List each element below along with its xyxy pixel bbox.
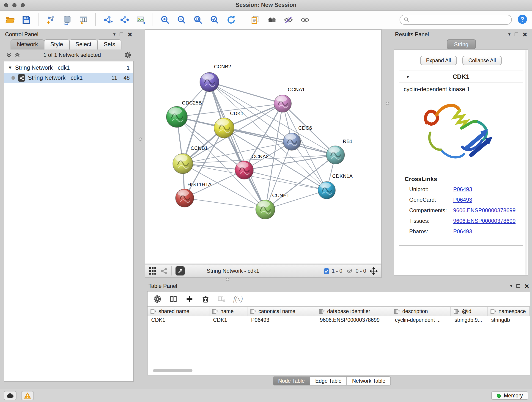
float-panel-icon[interactable] xyxy=(120,32,123,36)
memory-button[interactable]: Memory xyxy=(491,391,528,400)
network-edge[interactable] xyxy=(209,82,265,210)
selected-checkbox-icon[interactable] xyxy=(323,268,329,274)
network-edge[interactable] xyxy=(224,128,336,155)
network-edge[interactable] xyxy=(209,82,283,104)
import-table-file-button[interactable] xyxy=(77,13,89,26)
column-header[interactable]: namespace xyxy=(488,307,530,316)
network-collection-row[interactable]: ▼ String Network - cdk1 1 xyxy=(4,63,133,73)
hidden-eye-icon[interactable] xyxy=(346,268,353,274)
table-cell[interactable]: CDK1 xyxy=(147,316,209,325)
warnings-button[interactable] xyxy=(21,391,34,400)
show-all-button[interactable] xyxy=(299,13,311,26)
network-node-ccna1[interactable]: CCNA1 xyxy=(274,87,305,112)
zoom-fit-button[interactable] xyxy=(192,13,204,26)
collapse-all-networks-icon[interactable] xyxy=(15,52,20,58)
panel-menu-icon[interactable]: ▾ xyxy=(508,32,510,37)
crosslink-link[interactable]: 9606.ENSP00000378699 xyxy=(453,207,515,214)
float-panel-icon[interactable] xyxy=(516,284,520,288)
network-options-gear-icon[interactable] xyxy=(124,51,132,59)
collection-disclosure-icon[interactable]: ▼ xyxy=(8,65,12,70)
help-button[interactable]: ? xyxy=(516,14,528,26)
card-disclosure-icon[interactable]: ▼ xyxy=(405,75,410,79)
panel-menu-icon[interactable]: ▾ xyxy=(113,32,115,37)
table-cell[interactable]: stringdb:9... xyxy=(451,316,488,325)
delete-column-trash-icon[interactable] xyxy=(201,294,210,303)
tab-sets[interactable]: Sets xyxy=(97,39,122,50)
refresh-view-button[interactable] xyxy=(225,13,237,26)
zoom-in-button[interactable] xyxy=(159,13,171,26)
expand-all-button[interactable]: Expand All xyxy=(420,56,457,65)
column-header[interactable]: @id xyxy=(451,307,488,316)
annotation-mode-button[interactable] xyxy=(176,266,185,275)
network-node-cdk1[interactable]: CDK1 xyxy=(214,110,244,138)
column-sort-icon[interactable] xyxy=(250,309,256,314)
bottom-splitter-grip[interactable] xyxy=(226,278,229,281)
zoom-out-button[interactable] xyxy=(176,13,187,26)
birds-eye-view-icon[interactable] xyxy=(149,267,156,274)
search-input[interactable] xyxy=(412,17,508,22)
table-cell[interactable]: P06493 xyxy=(247,316,316,325)
table-options-gear-icon[interactable] xyxy=(153,294,162,303)
import-network-file-button[interactable] xyxy=(44,13,56,26)
expand-all-networks-icon[interactable] xyxy=(6,52,12,58)
network-node-cdkn1a[interactable]: CDKN1A xyxy=(318,173,353,199)
crosslink-link[interactable]: P06493 xyxy=(453,197,472,203)
pan-mode-icon[interactable] xyxy=(370,267,378,275)
tab-node-table[interactable]: Node Table xyxy=(273,376,310,385)
left-splitter-grip[interactable] xyxy=(139,138,142,141)
column-header[interactable]: database identifier xyxy=(316,307,391,316)
network-node-ccne1[interactable]: CCNE1 xyxy=(256,192,289,219)
close-panel-icon[interactable]: ✕ xyxy=(524,283,529,289)
toolbar-search[interactable] xyxy=(399,15,512,25)
collapse-all-button[interactable]: Collapse All xyxy=(462,56,502,65)
tab-edge-table[interactable]: Edge Table xyxy=(310,376,347,385)
float-panel-icon[interactable] xyxy=(515,32,518,36)
copy-view-button[interactable] xyxy=(249,13,261,26)
close-panel-icon[interactable]: ✕ xyxy=(522,32,527,37)
table-cell[interactable]: CDK1 xyxy=(209,316,247,325)
column-sort-icon[interactable] xyxy=(394,309,400,314)
network-node-ccna2[interactable]: CCNA2 xyxy=(235,153,269,179)
open-session-button[interactable] xyxy=(4,13,16,26)
cloud-status-button[interactable] xyxy=(4,391,17,400)
network-share-icon[interactable] xyxy=(160,267,168,275)
column-sort-icon[interactable] xyxy=(454,309,460,314)
tab-style[interactable]: Style xyxy=(44,39,70,50)
crosslink-link[interactable]: 9606.ENSP00000378699 xyxy=(453,218,515,224)
horizontal-scrollbar-thumb[interactable] xyxy=(153,369,192,372)
right-splitter-grip[interactable] xyxy=(386,102,389,105)
network-edge[interactable] xyxy=(185,198,265,210)
table-cell[interactable]: 9606.ENSP00000378699 xyxy=(316,316,391,325)
zoom-selected-button[interactable] xyxy=(209,13,220,26)
network-node-hist1h1a[interactable]: HIST1H1A xyxy=(176,182,211,207)
table-cell[interactable]: cyclin-dependent ... xyxy=(391,316,451,325)
column-sort-icon[interactable] xyxy=(212,309,218,314)
crosslink-link[interactable]: P06493 xyxy=(453,186,472,192)
new-network-from-selection-button[interactable] xyxy=(102,13,114,26)
home-button[interactable] xyxy=(266,13,278,26)
column-header[interactable]: description xyxy=(391,307,451,316)
network-canvas[interactable]: CCNB2CCNA1CDC25BCDK1CDC6RB1CCNB1CCNA2CDK… xyxy=(145,29,382,264)
network-graph[interactable]: CCNB2CCNA1CDC25BCDK1CDC6RB1CCNB1CCNA2CDK… xyxy=(145,30,381,264)
export-image-button[interactable] xyxy=(135,13,147,26)
panel-menu-icon[interactable]: ▾ xyxy=(510,284,512,288)
import-network-database-button[interactable] xyxy=(61,13,73,26)
table-cell[interactable]: stringdb xyxy=(488,316,530,325)
column-sort-icon[interactable] xyxy=(319,309,325,314)
show-columns-icon[interactable] xyxy=(169,294,178,303)
create-column-plus-icon[interactable] xyxy=(185,294,194,303)
export-network-button[interactable] xyxy=(118,13,130,26)
tab-network[interactable]: Network xyxy=(11,39,44,50)
column-header[interactable]: name xyxy=(209,307,247,316)
close-panel-icon[interactable]: ✕ xyxy=(127,32,133,37)
tab-network-table[interactable]: Network Table xyxy=(347,376,391,385)
network-node-rb1[interactable]: RB1 xyxy=(326,138,353,164)
crosslink-link[interactable]: P06493 xyxy=(453,228,472,235)
save-session-button[interactable] xyxy=(20,13,32,26)
column-sort-icon[interactable] xyxy=(490,309,496,314)
network-row-selected[interactable]: String Network - cdk1 11 48 xyxy=(4,73,133,83)
column-sort-icon[interactable] xyxy=(150,309,156,314)
function-builder-icon[interactable]: f(x) xyxy=(233,295,243,303)
column-header[interactable]: canonical name xyxy=(247,307,316,316)
tab-select[interactable]: Select xyxy=(69,39,98,50)
